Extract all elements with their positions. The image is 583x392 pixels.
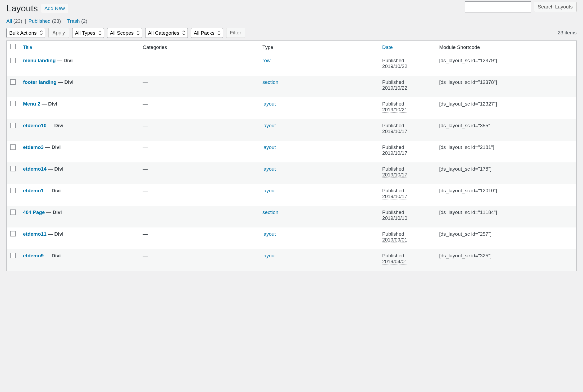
row-type-link[interactable]: layout	[262, 144, 276, 150]
filter-all-link[interactable]: All	[6, 18, 12, 24]
select-all-checkbox[interactable]	[10, 44, 16, 49]
filter-button[interactable]: Filter	[226, 28, 245, 38]
add-new-button[interactable]: Add New	[41, 4, 68, 13]
status-filters: All (23) | Published (23) | Trash (2)	[6, 18, 577, 24]
scopes-select[interactable]: All Scopes	[107, 28, 142, 38]
row-type-link[interactable]: layout	[262, 231, 276, 237]
row-checkbox[interactable]	[10, 253, 16, 258]
row-title-link[interactable]: etdemo3	[23, 144, 44, 150]
row-status: Published	[382, 101, 432, 107]
filter-all-count: (23)	[13, 18, 22, 24]
row-title-suffix: — Divi	[56, 58, 73, 63]
row-date: 2019/10/17	[382, 129, 407, 134]
categories-select[interactable]: All Categories	[145, 28, 188, 38]
row-type-link[interactable]: section	[262, 209, 278, 215]
row-shortcode: [ds_layout_sc id="178"]	[435, 162, 576, 184]
row-checkbox[interactable]	[10, 231, 16, 236]
row-title-link[interactable]: menu landing	[23, 58, 56, 63]
row-type-link[interactable]: layout	[262, 123, 276, 128]
row-checkbox[interactable]	[10, 144, 16, 150]
row-checkbox[interactable]	[10, 79, 16, 85]
search-input[interactable]	[465, 1, 531, 12]
row-title-link[interactable]: Menu 2	[23, 101, 40, 107]
row-shortcode: [ds_layout_sc id="257"]	[435, 227, 576, 249]
column-type: Type	[259, 41, 379, 54]
row-status: Published	[382, 144, 432, 150]
table-row: etdemo10 — Divi—layoutPublished2019/10/1…	[7, 119, 577, 141]
column-date[interactable]: Date	[379, 41, 436, 54]
filter-published-link[interactable]: Published	[29, 18, 51, 24]
row-title-link[interactable]: etdemo1	[23, 188, 44, 193]
row-shortcode: [ds_layout_sc id="11184"]	[435, 206, 576, 227]
row-date: 2019/10/17	[382, 194, 407, 199]
row-status: Published	[382, 166, 432, 172]
column-categories: Categories	[139, 41, 259, 54]
table-row: etdemo1 — Divi—layoutPublished2019/10/17…	[7, 184, 577, 206]
row-date: 2019/10/17	[382, 150, 407, 156]
table-row: 404 Page — Divi—sectionPublished2019/10/…	[7, 206, 577, 227]
row-status: Published	[382, 188, 432, 194]
row-title-suffix: — Divi	[44, 188, 61, 193]
row-title-link[interactable]: etdemo9	[23, 253, 44, 258]
row-checkbox[interactable]	[10, 58, 16, 63]
row-shortcode: [ds_layout_sc id="355"]	[435, 119, 576, 141]
table-row: etdemo11 — Divi—layoutPublished2019/09/0…	[7, 227, 577, 249]
row-status: Published	[382, 253, 432, 259]
types-select[interactable]: All Types	[72, 28, 104, 38]
item-count: 23 items	[558, 30, 577, 36]
row-type-link[interactable]: row	[262, 58, 271, 63]
row-shortcode: [ds_layout_sc id="12379"]	[435, 54, 576, 76]
row-checkbox[interactable]	[10, 101, 16, 106]
row-title-suffix: — Divi	[44, 144, 61, 150]
row-categories: —	[139, 162, 259, 184]
row-title-suffix: — Divi	[57, 79, 74, 85]
row-title-link[interactable]: etdemo14	[23, 166, 47, 172]
row-type-link[interactable]: layout	[262, 188, 276, 193]
row-checkbox[interactable]	[10, 209, 16, 215]
row-title-link[interactable]: etdemo10	[23, 123, 47, 128]
row-title-link[interactable]: etdemo11	[23, 231, 47, 237]
filter-trash-link[interactable]: Trash	[67, 18, 80, 24]
row-categories: —	[139, 119, 259, 141]
row-title-link[interactable]: 404 Page	[23, 209, 45, 215]
packs-select[interactable]: All Packs	[191, 28, 223, 38]
separator: |	[24, 18, 28, 24]
row-categories: —	[139, 249, 259, 271]
row-date: 2019/10/22	[382, 85, 407, 91]
table-row: etdemo3 — Divi—layoutPublished2019/10/17…	[7, 141, 577, 162]
row-shortcode: [ds_layout_sc id="12378"]	[435, 76, 576, 97]
row-shortcode: [ds_layout_sc id="325"]	[435, 249, 576, 271]
row-type-link[interactable]: layout	[262, 253, 276, 258]
row-date: 2019/10/22	[382, 63, 407, 69]
row-checkbox[interactable]	[10, 166, 16, 171]
row-status: Published	[382, 209, 432, 215]
column-title[interactable]: Title	[19, 41, 139, 54]
table-row: etdemo9 — Divi—layoutPublished2019/04/01…	[7, 249, 577, 271]
row-type-link[interactable]: layout	[262, 101, 276, 107]
row-title-link[interactable]: footer landing	[23, 79, 57, 85]
search-button[interactable]: Search Layouts	[534, 2, 577, 12]
layouts-table: Title Categories Type Date Module Shortc…	[6, 40, 577, 271]
row-title-suffix: — Divi	[45, 209, 62, 215]
row-categories: —	[139, 76, 259, 97]
row-checkbox[interactable]	[10, 123, 16, 128]
page-title: Layouts	[6, 3, 38, 13]
row-checkbox[interactable]	[10, 188, 16, 193]
row-status: Published	[382, 79, 432, 85]
filter-trash-count: (2)	[81, 18, 87, 24]
row-shortcode: [ds_layout_sc id="2181"]	[435, 141, 576, 162]
row-categories: —	[139, 97, 259, 119]
row-categories: —	[139, 141, 259, 162]
row-categories: —	[139, 184, 259, 206]
row-categories: —	[139, 227, 259, 249]
row-shortcode: [ds_layout_sc id="12010"]	[435, 184, 576, 206]
row-type-link[interactable]: layout	[262, 166, 276, 172]
table-row: Menu 2 — Divi—layoutPublished2019/10/21[…	[7, 97, 577, 119]
bulk-actions-select[interactable]: Bulk Actions	[6, 28, 45, 38]
column-shortcode: Module Shortcode	[435, 41, 576, 54]
row-date: 2019/10/21	[382, 107, 407, 113]
row-categories: —	[139, 206, 259, 227]
row-type-link[interactable]: section	[262, 79, 278, 85]
row-date: 2019/09/01	[382, 237, 407, 243]
apply-button[interactable]: Apply	[48, 28, 69, 38]
